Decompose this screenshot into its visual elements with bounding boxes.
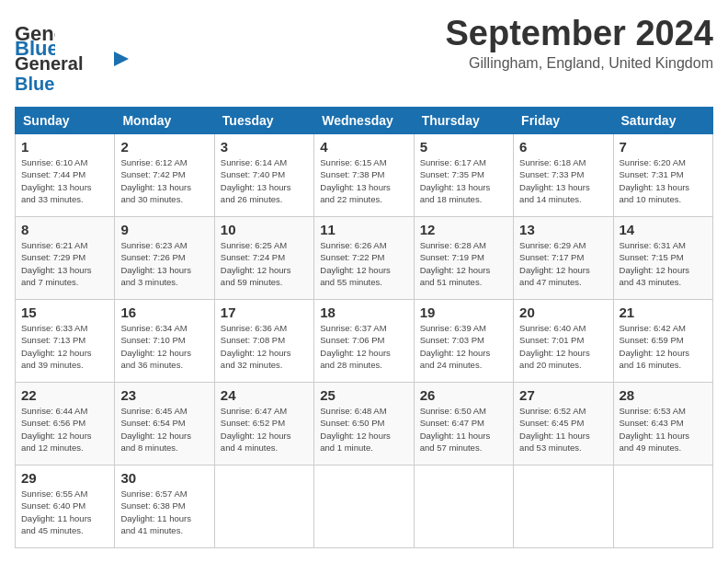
day-number: 27 <box>519 387 607 403</box>
table-row: 26Sunrise: 6:50 AM Sunset: 6:47 PM Dayli… <box>414 383 513 465</box>
calendar-table: Sunday Monday Tuesday Wednesday Thursday… <box>15 107 713 548</box>
day-info: Sunrise: 6:57 AM Sunset: 6:38 PM Dayligh… <box>120 488 208 536</box>
day-info: Sunrise: 6:12 AM Sunset: 7:42 PM Dayligh… <box>120 156 208 205</box>
day-info: Sunrise: 6:20 AM Sunset: 7:31 PM Dayligh… <box>620 156 707 205</box>
table-row: 18Sunrise: 6:37 AM Sunset: 7:06 PM Dayli… <box>314 300 414 383</box>
day-info: Sunrise: 6:23 AM Sunset: 7:26 PM Dayligh… <box>120 239 208 288</box>
day-number: 18 <box>320 304 407 320</box>
table-row: 15Sunrise: 6:33 AM Sunset: 7:13 PM Dayli… <box>16 300 115 383</box>
day-info: Sunrise: 6:42 AM Sunset: 6:59 PM Dayligh… <box>620 322 707 371</box>
day-info: Sunrise: 6:18 AM Sunset: 7:33 PM Dayligh… <box>519 156 607 205</box>
col-wednesday: Wednesday <box>314 108 414 134</box>
table-row: 3Sunrise: 6:14 AM Sunset: 7:40 PM Daylig… <box>214 134 313 217</box>
calendar-week-row: 1Sunrise: 6:10 AM Sunset: 7:44 PM Daylig… <box>16 134 713 217</box>
day-number: 22 <box>21 387 108 403</box>
day-info: Sunrise: 6:21 AM Sunset: 7:29 PM Dayligh… <box>21 239 108 288</box>
day-number: 26 <box>420 387 507 403</box>
day-info: Sunrise: 6:52 AM Sunset: 6:45 PM Dayligh… <box>519 405 607 454</box>
calendar-week-row: 22Sunrise: 6:44 AM Sunset: 6:56 PM Dayli… <box>16 383 713 465</box>
day-number: 14 <box>620 222 707 237</box>
day-info: Sunrise: 6:29 AM Sunset: 7:17 PM Dayligh… <box>519 239 607 288</box>
col-friday: Friday <box>514 108 613 134</box>
day-number: 25 <box>320 387 407 403</box>
col-thursday: Thursday <box>414 108 513 134</box>
table-row: 10Sunrise: 6:25 AM Sunset: 7:24 PM Dayli… <box>214 217 313 300</box>
day-info: Sunrise: 6:48 AM Sunset: 6:50 PM Dayligh… <box>320 405 407 454</box>
day-number: 9 <box>120 222 208 237</box>
day-info: Sunrise: 6:39 AM Sunset: 7:03 PM Dayligh… <box>420 322 507 371</box>
day-number: 7 <box>620 139 707 155</box>
table-row: 7Sunrise: 6:20 AM Sunset: 7:31 PM Daylig… <box>613 134 712 217</box>
month-title: September 2024 <box>446 15 714 53</box>
day-number: 20 <box>519 304 607 320</box>
day-info: Sunrise: 6:15 AM Sunset: 7:38 PM Dayligh… <box>320 156 407 205</box>
table-row: 21Sunrise: 6:42 AM Sunset: 6:59 PM Dayli… <box>613 300 712 383</box>
day-number: 21 <box>620 304 707 320</box>
day-number: 6 <box>519 139 607 155</box>
day-number: 13 <box>519 222 607 237</box>
day-number: 24 <box>221 387 308 403</box>
day-info: Sunrise: 6:44 AM Sunset: 6:56 PM Dayligh… <box>21 405 108 454</box>
day-number: 3 <box>221 139 308 155</box>
col-tuesday: Tuesday <box>214 108 313 134</box>
page-header: General Blue General Blue September 2024… <box>15 15 713 99</box>
table-row: 19Sunrise: 6:39 AM Sunset: 7:03 PM Dayli… <box>414 300 513 383</box>
table-row <box>214 465 313 548</box>
calendar-header-row: Sunday Monday Tuesday Wednesday Thursday… <box>16 108 713 134</box>
calendar-week-row: 15Sunrise: 6:33 AM Sunset: 7:13 PM Dayli… <box>16 300 713 383</box>
table-row: 12Sunrise: 6:28 AM Sunset: 7:19 PM Dayli… <box>414 217 513 300</box>
day-info: Sunrise: 6:34 AM Sunset: 7:10 PM Dayligh… <box>120 322 208 371</box>
day-number: 2 <box>120 139 208 155</box>
table-row: 16Sunrise: 6:34 AM Sunset: 7:10 PM Dayli… <box>115 300 214 383</box>
logo-svg: General Blue <box>15 48 134 96</box>
day-number: 11 <box>320 222 407 237</box>
day-info: Sunrise: 6:14 AM Sunset: 7:40 PM Dayligh… <box>221 156 308 205</box>
table-row: 1Sunrise: 6:10 AM Sunset: 7:44 PM Daylig… <box>16 134 115 217</box>
day-number: 4 <box>320 139 407 155</box>
day-number: 12 <box>420 222 507 237</box>
table-row: 11Sunrise: 6:26 AM Sunset: 7:22 PM Dayli… <box>314 217 414 300</box>
table-row <box>414 465 513 548</box>
day-number: 15 <box>21 304 108 320</box>
day-number: 10 <box>221 222 308 237</box>
table-row: 20Sunrise: 6:40 AM Sunset: 7:01 PM Dayli… <box>514 300 613 383</box>
day-number: 17 <box>221 304 308 320</box>
day-info: Sunrise: 6:17 AM Sunset: 7:35 PM Dayligh… <box>420 156 507 205</box>
table-row: 30Sunrise: 6:57 AM Sunset: 6:38 PM Dayli… <box>115 465 214 548</box>
table-row: 23Sunrise: 6:45 AM Sunset: 6:54 PM Dayli… <box>115 383 214 465</box>
col-sunday: Sunday <box>16 108 115 134</box>
table-row: 4Sunrise: 6:15 AM Sunset: 7:38 PM Daylig… <box>314 134 414 217</box>
day-number: 29 <box>21 470 108 486</box>
logo: General Blue General Blue <box>15 15 134 99</box>
day-info: Sunrise: 6:45 AM Sunset: 6:54 PM Dayligh… <box>120 405 208 454</box>
table-row: 14Sunrise: 6:31 AM Sunset: 7:15 PM Dayli… <box>613 217 712 300</box>
day-info: Sunrise: 6:26 AM Sunset: 7:22 PM Dayligh… <box>320 239 407 288</box>
svg-text:Blue: Blue <box>15 74 54 94</box>
day-info: Sunrise: 6:53 AM Sunset: 6:43 PM Dayligh… <box>620 405 707 454</box>
day-info: Sunrise: 6:25 AM Sunset: 7:24 PM Dayligh… <box>221 239 308 288</box>
day-number: 5 <box>420 139 507 155</box>
calendar-week-row: 29Sunrise: 6:55 AM Sunset: 6:40 PM Dayli… <box>16 465 713 548</box>
table-row: 28Sunrise: 6:53 AM Sunset: 6:43 PM Dayli… <box>613 383 712 465</box>
day-number: 1 <box>21 139 108 155</box>
table-row: 9Sunrise: 6:23 AM Sunset: 7:26 PM Daylig… <box>115 217 214 300</box>
day-number: 23 <box>120 387 208 403</box>
table-row: 25Sunrise: 6:48 AM Sunset: 6:50 PM Dayli… <box>314 383 414 465</box>
day-info: Sunrise: 6:33 AM Sunset: 7:13 PM Dayligh… <box>21 322 108 371</box>
day-info: Sunrise: 6:10 AM Sunset: 7:44 PM Dayligh… <box>21 156 108 205</box>
svg-text:General: General <box>15 53 83 74</box>
table-row: 27Sunrise: 6:52 AM Sunset: 6:45 PM Dayli… <box>514 383 613 465</box>
table-row: 2Sunrise: 6:12 AM Sunset: 7:42 PM Daylig… <box>115 134 214 217</box>
day-number: 8 <box>21 222 108 237</box>
day-info: Sunrise: 6:36 AM Sunset: 7:08 PM Dayligh… <box>221 322 308 371</box>
day-info: Sunrise: 6:55 AM Sunset: 6:40 PM Dayligh… <box>21 488 108 536</box>
location: Gillingham, England, United Kingdom <box>446 55 714 72</box>
table-row: 29Sunrise: 6:55 AM Sunset: 6:40 PM Dayli… <box>16 465 115 548</box>
col-saturday: Saturday <box>613 108 712 134</box>
col-monday: Monday <box>115 108 214 134</box>
svg-marker-4 <box>114 52 129 66</box>
day-number: 19 <box>420 304 507 320</box>
table-row: 17Sunrise: 6:36 AM Sunset: 7:08 PM Dayli… <box>214 300 313 383</box>
table-row <box>613 465 712 548</box>
day-info: Sunrise: 6:28 AM Sunset: 7:19 PM Dayligh… <box>420 239 507 288</box>
